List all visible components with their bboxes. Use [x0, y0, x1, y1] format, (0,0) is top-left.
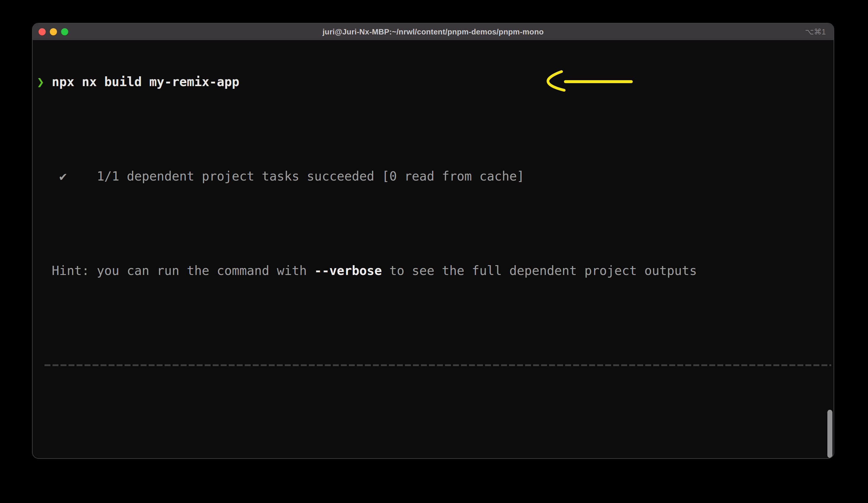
terminal-line-blank [37, 121, 834, 137]
zoom-button[interactable] [61, 28, 68, 35]
check-icon: ✔ [37, 169, 67, 183]
titlebar[interactable]: juri@Juri-Nx-MBP:~/nrwl/content/pnpm-dem… [33, 23, 834, 40]
terminal-line-blank [37, 310, 834, 326]
terminal-line-blank [37, 412, 834, 427]
traffic-lights [39, 23, 68, 40]
command-text: npx nx build my-remix-app [44, 74, 239, 89]
prompt-chevron: ❯ [37, 74, 44, 89]
terminal-line-command: ❯ npx nx build my-remix-app [37, 74, 834, 90]
task-success-text: 1/1 dependent project tasks succeeded [0… [67, 169, 524, 183]
separator-row [37, 364, 834, 380]
terminal-window: juri@Juri-Nx-MBP:~/nrwl/content/pnpm-dem… [32, 23, 834, 459]
scrollbar-thumb[interactable] [827, 410, 833, 458]
terminal-line-hint: Hint: you can run the command with --ver… [37, 263, 834, 279]
minimize-button[interactable] [50, 28, 57, 35]
hint-suffix: to see the full dependent project output… [382, 263, 697, 278]
window-title: juri@Juri-Nx-MBP:~/nrwl/content/pnpm-dem… [322, 27, 544, 37]
terminal-line-task-success: ✔ 1/1 dependent project tasks succeeded … [37, 168, 834, 184]
tab-shortcut-badge: ⌥⌘1 [805, 23, 826, 40]
terminal-content[interactable]: ❯ npx nx build my-remix-app ✔ 1/1 depend… [33, 40, 834, 459]
close-button[interactable] [39, 28, 46, 35]
separator-line [44, 364, 831, 366]
hint-prefix: Hint: you can run the command with [37, 263, 314, 278]
hint-flag: --verbose [314, 263, 382, 278]
terminal-line-blank [37, 215, 834, 231]
